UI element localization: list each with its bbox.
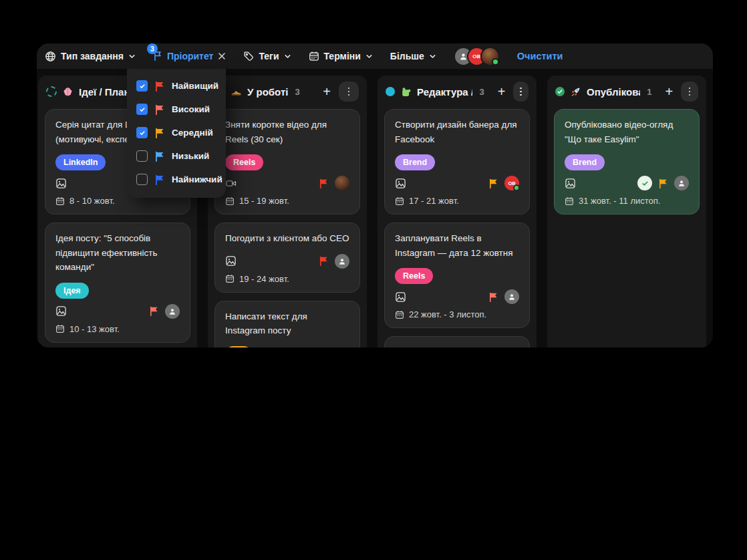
task-card[interactable]: Ідея посту: "5 способів підвищити ефекти… — [45, 223, 190, 343]
priority-flag-icon — [658, 178, 668, 188]
filter-priority-button[interactable]: 3 Пріоритет — [153, 51, 227, 61]
priority-option[interactable]: Низький — [127, 144, 226, 168]
card-date: 22 жовт. - 3 листоп. — [409, 309, 486, 319]
calendar-icon — [565, 196, 574, 206]
filter-tags-button[interactable]: Теги — [243, 51, 291, 61]
video-icon — [225, 178, 237, 188]
column-count: 3 — [295, 87, 299, 97]
filter-deadlines-button[interactable]: Терміни — [309, 51, 373, 61]
priority-option[interactable]: Найнижчий — [127, 168, 226, 191]
user-avatar-photo[interactable] — [480, 47, 500, 66]
checkbox[interactable] — [136, 104, 148, 115]
image-icon — [55, 178, 67, 189]
card-icons-row — [565, 176, 689, 190]
card-date: 19 - 24 жовт. — [239, 274, 289, 284]
filter-task-type-button[interactable]: Тип завдання — [45, 51, 136, 62]
priority-option[interactable]: Середній — [127, 121, 226, 144]
column-menu-button[interactable] — [339, 82, 359, 102]
checkbox[interactable] — [136, 174, 148, 185]
tag-icon — [243, 51, 254, 61]
chevron-down-icon — [128, 53, 136, 60]
calendar-icon — [395, 310, 404, 319]
task-card[interactable]: Зняти коротке відео для Reels (30 сек)Re… — [214, 109, 360, 215]
card-tag[interactable]: Ідея — [55, 283, 89, 299]
card-title: Зняти коротке відео для Reels (30 сек) — [225, 118, 349, 146]
brain-emoji-icon — [62, 86, 73, 98]
avatar-initials-text: OB — [472, 53, 480, 59]
column-header: У роботі3+ — [214, 81, 360, 102]
card-tag[interactable]: Reels — [395, 268, 433, 284]
column-menu-button[interactable] — [681, 82, 698, 102]
priority-option[interactable]: Найвищий — [127, 74, 226, 98]
task-card[interactable]: Створити дизайн банера для FacebookBrend… — [384, 109, 530, 215]
add-card-button[interactable]: + — [320, 85, 333, 98]
card-tag[interactable]: Brend — [565, 154, 605, 170]
card-date: 10 - 13 жовт. — [69, 324, 120, 334]
checkbox[interactable] — [136, 80, 148, 92]
card-tag[interactable]: Brend — [395, 154, 435, 170]
priority-flag-icon — [488, 292, 498, 302]
column-menu-button[interactable] — [513, 82, 529, 102]
assignee-placeholder-avatar[interactable] — [674, 176, 689, 190]
card-title: Створити дизайн банера для Facebook — [395, 118, 519, 146]
priority-option-label: Середній — [172, 128, 213, 138]
priority-flag-icon — [154, 81, 165, 92]
image-icon — [55, 305, 67, 317]
image-icon — [565, 178, 576, 189]
column-count: 3 — [479, 87, 484, 97]
kanban-app-window: Тип завдання 3 Пріоритет — [37, 43, 713, 347]
calendar-icon — [55, 196, 65, 206]
priority-option[interactable]: Високий — [127, 98, 226, 121]
filter-deadlines-label: Терміни — [324, 51, 361, 61]
puzzle-emoji-icon — [400, 86, 412, 98]
task-card[interactable]: Опубліковано відео-огляд "Що таке Easyli… — [554, 109, 700, 215]
card-icons-row — [395, 289, 519, 304]
assignee-placeholder-avatar[interactable] — [335, 254, 349, 269]
card-title: Опубліковано відео-огляд "Що таке Easyli… — [565, 118, 689, 146]
column-status-icon — [46, 86, 57, 97]
task-card[interactable]: Погодити з клієнтом або CEO19 - 24 жовт. — [214, 223, 360, 293]
assignee-photo-avatar[interactable] — [335, 176, 349, 190]
card-title: Перевірити тексти на — [395, 345, 519, 347]
card-date-row: 19 - 24 жовт. — [225, 274, 349, 284]
online-status-dot — [492, 58, 499, 65]
close-icon[interactable] — [218, 52, 226, 60]
card-tag[interactable]: Reels — [225, 154, 263, 170]
assignee-placeholder-avatar[interactable] — [504, 289, 519, 304]
globe-icon — [45, 51, 56, 62]
column-title: Опубліковано — [587, 86, 640, 98]
card-date: 31 жовт. - 11 листоп. — [579, 196, 660, 206]
checkbox[interactable] — [136, 150, 148, 162]
add-card-button[interactable]: + — [495, 85, 508, 98]
clear-filters-button[interactable]: Очистити — [517, 51, 563, 61]
card-title: Запланувати Reels в Instagram — дата 12 … — [395, 231, 519, 260]
card-list: Зняти коротке відео для Reels (30 сек)Re… — [214, 109, 360, 347]
card-title: Погодити з клієнтом або CEO — [225, 231, 349, 246]
priority-option-label: Високий — [172, 104, 210, 114]
assignee-initials-avatar[interactable]: OB — [504, 176, 519, 190]
card-tag[interactable]: LinkedIn — [55, 154, 106, 170]
column-header: Редактура / Пере…3+ — [384, 81, 530, 102]
filter-more-button[interactable]: Більше — [390, 51, 436, 61]
column-title: У роботі — [247, 86, 288, 98]
priority-flag-icon — [149, 306, 159, 316]
calendar-icon — [225, 196, 235, 206]
chevron-down-icon — [284, 53, 291, 60]
online-status-dot — [513, 184, 520, 191]
calendar-icon — [55, 324, 65, 333]
add-card-button[interactable]: + — [662, 85, 676, 98]
assignee-placeholder-avatar[interactable] — [165, 304, 180, 319]
checkbox[interactable] — [136, 127, 148, 138]
card-date: 17 - 21 жовт. — [409, 196, 459, 206]
assignee-avatar-stack[interactable]: OB — [454, 47, 500, 66]
done-check-icon — [637, 176, 652, 190]
calendar-icon — [395, 196, 404, 206]
task-card[interactable]: Написати текст для Instagram посту — [214, 301, 360, 348]
priority-dropdown: НайвищийВисокийСереднійНизькийНайнижчий — [127, 69, 226, 198]
card-tag[interactable] — [225, 346, 252, 348]
column-count: 1 — [647, 87, 651, 97]
priority-flag-icon — [154, 151, 165, 162]
task-card[interactable]: Перевірити тексти на — [384, 336, 530, 347]
task-card[interactable]: Запланувати Reels в Instagram — дата 12 … — [384, 223, 530, 328]
priority-flag-icon — [319, 256, 329, 266]
